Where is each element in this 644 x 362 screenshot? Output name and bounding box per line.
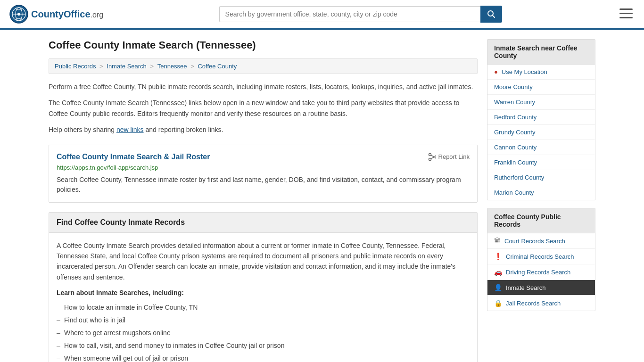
logo-text: CountyOffice.org — [31, 9, 103, 20]
nearby-sidebar-item[interactable]: Franklin County — [487, 155, 595, 170]
intro-text-2: The Coffee County Inmate Search (Tenness… — [49, 98, 478, 119]
learn-list-item: Find out who is in jail — [57, 314, 470, 327]
car-icon: 🚗 — [494, 268, 502, 276]
search-area — [219, 6, 502, 23]
main-container: Coffee County Inmate Search (Tennessee) … — [39, 30, 605, 362]
link-card-header: Coffee County Inmate Search & Jail Roste… — [57, 153, 470, 161]
learn-list-item: How to call, visit, and send money to in… — [57, 339, 470, 352]
logo-icon — [9, 5, 28, 24]
nearby-section: Inmate Search near Coffee County ●Use My… — [487, 39, 595, 200]
svg-point-10 — [429, 153, 431, 156]
person-icon: 👤 — [494, 284, 502, 291]
link-url[interactable]: https://apps.tn.gov/foil-app/search.jsp — [57, 164, 470, 171]
svg-line-12 — [431, 155, 435, 157]
svg-rect-8 — [619, 13, 633, 14]
nearby-sidebar-link[interactable]: Cannon County — [494, 144, 537, 151]
nearby-sidebar-item[interactable]: Warren County — [487, 95, 595, 110]
breadcrumb-sep2: > — [150, 63, 155, 70]
svg-line-15 — [435, 157, 436, 158]
svg-point-4 — [17, 13, 20, 16]
menu-button[interactable] — [618, 7, 635, 22]
intro-text-3: Help others by sharing new links and rep… — [49, 124, 478, 135]
intro-text-1: Perform a free Coffee County, TN public … — [49, 82, 478, 92]
report-link-button[interactable]: Report Link — [428, 153, 470, 161]
svg-line-6 — [492, 16, 495, 18]
find-section-header: Find Coffee County Inmate Records — [49, 213, 477, 233]
public-records-sidebar-item[interactable]: ❗Criminal Records Search — [487, 249, 595, 264]
sidebar: Inmate Search near Coffee County ●Use My… — [487, 39, 595, 362]
logo[interactable]: CountyOffice.org — [9, 5, 103, 24]
exclamation-icon: ❗ — [494, 253, 502, 260]
link-desc: Search Coffee County, Tennessee inmate r… — [57, 175, 470, 195]
nearby-sidebar-link[interactable]: Franklin County — [494, 159, 537, 166]
nearby-sidebar-item[interactable]: Grundy County — [487, 125, 595, 140]
nearby-section-header: Inmate Search near Coffee County — [487, 40, 595, 65]
public-records-section: Coffee County Public Records 🏛Court Reco… — [487, 208, 595, 311]
search-icon — [487, 10, 495, 18]
learn-list-item: Where to get arrest mugshots online — [57, 327, 470, 339]
breadcrumb: Public Records > Inmate Search > Tenness… — [49, 58, 478, 74]
nearby-sidebar-link[interactable]: Grundy County — [494, 129, 535, 136]
location-icon: ● — [494, 68, 498, 75]
page-title: Coffee County Inmate Search (Tennessee) — [49, 39, 478, 51]
learn-heading: Learn about Inmate Searches, including: — [57, 289, 470, 296]
nearby-items-container: ●Use My LocationMoore CountyWarren Count… — [487, 65, 595, 200]
svg-rect-9 — [619, 17, 633, 18]
nearby-sidebar-link[interactable]: Marion County — [494, 189, 534, 196]
nearby-sidebar-item[interactable]: Cannon County — [487, 140, 595, 155]
learn-list-item: When someone will get out of jail or pri… — [57, 352, 470, 362]
find-intro: A Coffee County Inmate Search provides d… — [57, 240, 470, 283]
breadcrumb-sep1: > — [99, 63, 105, 70]
site-header: CountyOffice.org — [0, 0, 644, 30]
breadcrumb-public-records[interactable]: Public Records — [55, 63, 96, 70]
breadcrumb-tennessee[interactable]: Tennessee — [157, 63, 187, 70]
svg-rect-7 — [619, 8, 633, 10]
svg-line-13 — [431, 157, 435, 159]
lock-icon: 🔒 — [494, 299, 502, 307]
public-records-link[interactable]: Driving Records Search — [506, 269, 570, 276]
nearby-sidebar-link[interactable]: Rutherford County — [494, 174, 544, 181]
nearby-sidebar-item[interactable]: Rutherford County — [487, 170, 595, 185]
public-records-sidebar-item[interactable]: 🚗Driving Records Search — [487, 264, 595, 280]
learn-list: How to locate an inmate in Coffee County… — [57, 301, 470, 362]
intro3-suffix: and reporting broken links. — [144, 126, 223, 133]
nearby-sidebar-item[interactable]: Bedford County — [487, 110, 595, 125]
breadcrumb-coffee-county[interactable]: Coffee County — [198, 63, 237, 70]
link-card-title[interactable]: Coffee County Inmate Search & Jail Roste… — [57, 153, 210, 161]
public-records-section-header: Coffee County Public Records — [487, 208, 595, 233]
nearby-sidebar-item[interactable]: ●Use My Location — [487, 65, 595, 80]
nearby-sidebar-link[interactable]: Bedford County — [494, 114, 537, 121]
search-button[interactable] — [480, 6, 502, 23]
public-records-items-container: 🏛Court Records Search❗Criminal Records S… — [487, 233, 595, 311]
svg-point-11 — [429, 158, 431, 160]
breadcrumb-sep3: > — [190, 63, 196, 70]
report-link-label: Report Link — [438, 153, 470, 160]
public-records-link[interactable]: Court Records Search — [504, 238, 565, 245]
svg-line-14 — [435, 156, 436, 157]
content-area: Coffee County Inmate Search (Tennessee) … — [49, 39, 478, 362]
public-records-link[interactable]: Criminal Records Search — [506, 253, 574, 260]
court-icon: 🏛 — [494, 237, 501, 245]
nearby-sidebar-item[interactable]: Moore County — [487, 80, 595, 95]
find-section: Find Coffee County Inmate Records A Coff… — [49, 212, 478, 362]
public-records-sidebar-item[interactable]: 🔒Jail Records Search — [487, 296, 595, 311]
nearby-sidebar-item[interactable]: Marion County — [487, 185, 595, 200]
hamburger-icon — [619, 8, 633, 19]
find-section-body: A Coffee County Inmate Search provides d… — [49, 233, 477, 362]
intro3-prefix: Help others by sharing — [49, 126, 116, 133]
public-records-sidebar-item[interactable]: 👤Inmate Search — [487, 280, 595, 296]
search-input[interactable] — [219, 6, 480, 22]
new-links-link[interactable]: new links — [116, 126, 144, 133]
public-records-sidebar-item[interactable]: 🏛Court Records Search — [487, 233, 595, 249]
public-records-link[interactable]: Inmate Search — [506, 284, 546, 291]
nearby-sidebar-link[interactable]: Use My Location — [502, 68, 547, 75]
scissors-icon — [428, 153, 437, 161]
link-card: Coffee County Inmate Search & Jail Roste… — [49, 145, 478, 203]
breadcrumb-inmate-search[interactable]: Inmate Search — [107, 63, 147, 70]
nearby-sidebar-link[interactable]: Warren County — [494, 99, 535, 106]
learn-list-item: How to locate an inmate in Coffee County… — [57, 301, 470, 314]
nearby-sidebar-link[interactable]: Moore County — [494, 83, 533, 90]
public-records-link[interactable]: Jail Records Search — [506, 300, 561, 307]
